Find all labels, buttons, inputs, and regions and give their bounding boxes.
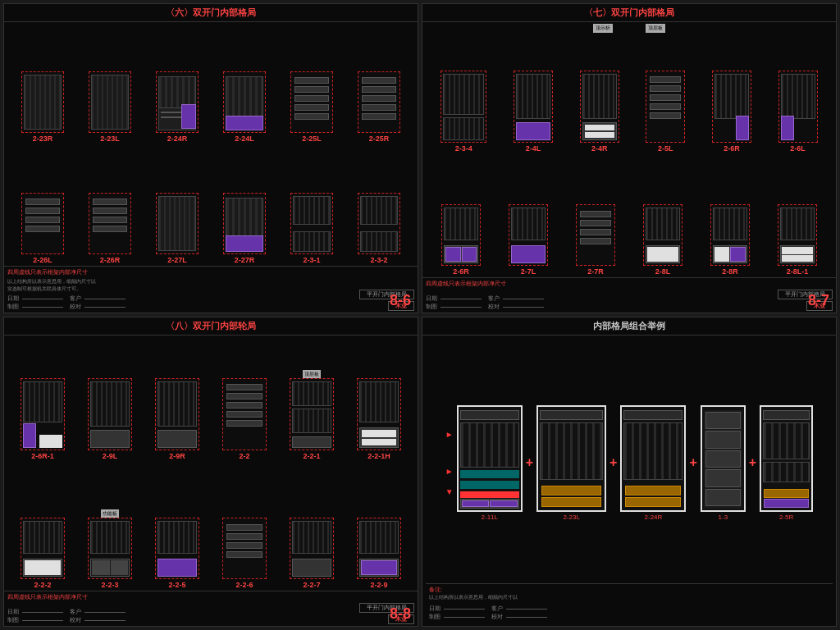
wardrobe-box xyxy=(223,193,266,254)
panel-7-title: 〈七〉双开门内部格局 xyxy=(422,4,836,22)
wardrobe-label: 2-27R xyxy=(235,256,255,264)
wardrobe-label: 2-24L xyxy=(235,135,254,143)
combo-wardrobe-2 xyxy=(536,405,606,512)
main-container: 〈六〉双开门内部格局 2-23R xyxy=(0,0,840,630)
wardrobe-item-2-6R-bot: 2-6R xyxy=(441,204,481,276)
wardrobe-box xyxy=(290,378,334,450)
wardrobe-box xyxy=(89,193,131,254)
wardrobe-box xyxy=(89,71,131,133)
panel-6: 〈六〉双开门内部格局 2-23R xyxy=(3,3,418,313)
wardrobe-label: 2-3-2 xyxy=(370,256,387,264)
wardrobe-item-2-3-1: 2-3-1 xyxy=(290,193,333,264)
wardrobe-item-2-8L: 2-8L xyxy=(643,204,682,276)
plus-sign-3: + xyxy=(689,455,696,470)
wardrobe-box xyxy=(441,71,486,143)
wardrobe-box xyxy=(88,378,132,450)
wardrobe-label: 2-26R xyxy=(100,256,121,264)
float-label-dingshiban: 顶示析 xyxy=(593,24,613,33)
combo-label-5: 2-5R xyxy=(779,514,793,521)
panel-7-meta: 日期 客户 制图 校对 平开门内部格局 木业 xyxy=(426,290,833,311)
panel-7-bottom: 四周虚线只表示框架内部净尺寸 日期 客户 制图 校对 平开门内部格局 xyxy=(422,277,836,313)
panel-8-bottom-row: 2-2-2 功能板 2-2-3 xyxy=(4,464,418,591)
wardrobe-box xyxy=(357,378,401,450)
panel-6-note1: 四周虚线只表示框架内部净尺寸 xyxy=(7,268,414,276)
wardrobe-box xyxy=(643,204,682,266)
plus-sign-2: + xyxy=(609,455,617,470)
float-label-dingcengban: 顶层板 xyxy=(646,24,665,33)
wardrobe-item-2-6L: 2-6L xyxy=(778,71,818,153)
wardrobe-box xyxy=(223,71,266,133)
wardrobe-box xyxy=(778,71,818,143)
combo-wardrobe-3 xyxy=(620,405,686,512)
wardrobe-item-2-26R: 2-26R xyxy=(89,193,131,264)
wardrobe-label: 2-26L xyxy=(33,256,52,264)
panel-8-number: 8-8 xyxy=(390,605,411,623)
combo-main-row: ► ► ▼ 2-11L xyxy=(426,339,833,583)
panel-7-top-row: 2-3-4 2-4L xyxy=(422,34,836,154)
wardrobe-box xyxy=(290,71,333,133)
wardrobe-box xyxy=(580,71,619,143)
panel-7-content: 顶示析 顶层板 2-3-4 xyxy=(422,22,836,313)
combo-label-1: 2-11L xyxy=(482,514,498,521)
wardrobe-box xyxy=(710,204,750,266)
wardrobe-label: 2-25L xyxy=(302,135,322,143)
wardrobe-box xyxy=(646,71,685,143)
panel-8-bottom: 四周虚线只表示框架内部净尺寸 日期 客户 制图 校对 平开门内部格局 xyxy=(4,591,418,626)
wardrobe-box xyxy=(778,204,817,266)
wardrobe-label: 2-23R xyxy=(33,135,53,143)
panel-combo: 内部格局组合举例 ► ► ▼ xyxy=(422,317,837,627)
wardrobe-item-2-3-2: 2-3-2 xyxy=(358,193,400,264)
wardrobe-item-2-24R: 2-24R xyxy=(156,71,199,143)
panel-7-number: 8-7 xyxy=(808,292,829,309)
combo-wardrobe-1 xyxy=(457,405,523,512)
panel-6-meta: 以上结构所以表示意思用，细颠内尺寸以 实选制可根据机关联具体尺寸可。 日期 客户… xyxy=(7,278,414,311)
wardrobe-item-2-7L: 2-7L xyxy=(509,204,548,276)
wardrobe-box xyxy=(21,378,65,450)
panel-7: 〈七〉双开门内部格局 顶示析 顶层板 2-3-4 xyxy=(422,3,837,313)
wardrobe-item-2-3-4: 2-3-4 xyxy=(441,71,486,153)
wardrobe-item-2-5L: 2-5L xyxy=(646,71,685,153)
wardrobe-box xyxy=(290,518,334,579)
arrow-label-2: ► xyxy=(445,467,454,476)
plus-sign-4: + xyxy=(749,455,756,470)
panel-8-content: 2-6R-1 2-9L xyxy=(4,336,418,626)
wardrobe-box xyxy=(156,71,199,133)
wardrobe-item-2-4L: 2-4L xyxy=(514,71,553,153)
wardrobe-item-2-4R: 2-4R xyxy=(580,71,619,153)
panel-combo-content: ► ► ▼ 2-11L xyxy=(422,336,836,626)
wardrobe-box xyxy=(357,518,401,579)
combo-label-4: 1-3 xyxy=(719,514,728,521)
combo-wardrobe-4 xyxy=(701,405,746,512)
wardrobe-box xyxy=(21,193,64,254)
panel-8-note1: 四周虚线只表示框架内部净尺寸 xyxy=(7,593,414,601)
panel-combo-meta: 日期 客户 制图 校对 xyxy=(429,603,829,621)
panel-6-number: 8-6 xyxy=(390,292,411,309)
wardrobe-item-2-25R: 2-25R xyxy=(358,71,400,143)
wardrobe-item-2-24L: 2-24L xyxy=(223,71,266,143)
wardrobe-item-2-7R: 2-7R xyxy=(576,204,615,276)
combo-wardrobe-5 xyxy=(760,405,813,512)
panel-6-note3: 实选制可根据机关联具体尺寸可。 xyxy=(7,285,359,293)
panel-8: 〈八〉双开门内部轮局 2-6R-1 xyxy=(3,317,418,627)
wardrobe-box xyxy=(712,71,751,143)
wardrobe-box xyxy=(441,204,481,266)
wardrobe-box xyxy=(21,71,64,133)
panel-6-top-row: 2-23R 2-23L xyxy=(4,22,418,144)
wardrobe-item-2-27R: 2-27R xyxy=(223,193,266,264)
combo-label-2: 2-23L xyxy=(563,514,579,521)
wardrobe-box xyxy=(88,518,132,579)
wardrobe-box xyxy=(156,193,199,254)
wardrobe-label: 2-24R xyxy=(167,135,188,143)
panel-6-title: 〈六〉双开门内部格局 xyxy=(4,4,418,22)
wardrobe-item-2-25L: 2-25L xyxy=(290,71,333,143)
panel-combo-title: 内部格局组合举例 xyxy=(422,317,836,336)
wardrobe-item-2-23L: 2-23L xyxy=(89,71,131,143)
panel-8-meta: 日期 客户 制图 校对 平开门内部格局 木业 xyxy=(7,603,414,624)
panel-7-note1: 四周虚线只表示框架内部净尺寸 xyxy=(426,280,833,288)
wardrobe-box xyxy=(509,204,548,266)
arrow-label-3: ▼ xyxy=(445,487,454,496)
wardrobe-box xyxy=(358,71,400,133)
wardrobe-item-2-8L-1: 2-8L-1 xyxy=(778,204,817,276)
wardrobe-item-2-26L: 2-26L xyxy=(21,193,64,264)
wardrobe-label: 2-25R xyxy=(369,135,390,143)
